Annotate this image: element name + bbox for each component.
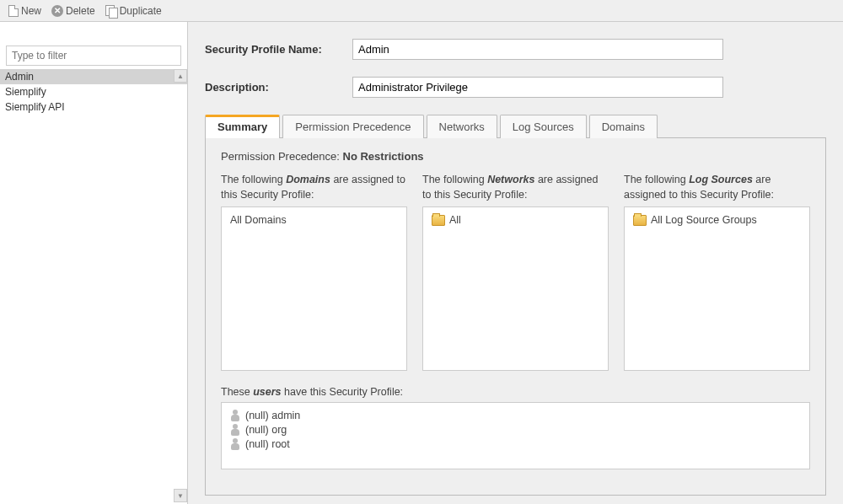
networks-item: All bbox=[432, 214, 599, 226]
folder-icon bbox=[633, 215, 647, 226]
tab-domains[interactable]: Domains bbox=[589, 115, 658, 138]
user-item: (null) root bbox=[230, 438, 801, 450]
duplicate-button[interactable]: Duplicate bbox=[102, 3, 165, 19]
person-icon bbox=[230, 410, 240, 421]
folder-icon bbox=[432, 215, 445, 226]
tab-summary[interactable]: Summary bbox=[205, 115, 280, 138]
delete-label: Delete bbox=[66, 5, 95, 17]
new-icon bbox=[8, 5, 19, 17]
perm-label: Permission Precedence: bbox=[221, 150, 343, 163]
form-row-desc: Description: bbox=[205, 77, 826, 98]
scroll-up-button[interactable]: ▲ bbox=[174, 69, 187, 83]
networks-box: All bbox=[422, 206, 609, 371]
users-title: These users have this Security Profile: bbox=[221, 386, 810, 398]
main-container: ▲ Admin Siemplify Siemplify API ▼ Securi… bbox=[0, 22, 843, 504]
domains-value: All Domains bbox=[230, 214, 287, 226]
logsources-item: All Log Source Groups bbox=[633, 214, 801, 226]
users-box: (null) admin (null) org (null) root bbox=[221, 402, 810, 469]
filter-input[interactable] bbox=[6, 46, 181, 66]
domains-card: The following Domains are assigned to th… bbox=[221, 173, 407, 371]
desc-label: Description: bbox=[205, 81, 352, 94]
list-item[interactable]: Siemplify API bbox=[0, 99, 187, 115]
logsources-value: All Log Source Groups bbox=[651, 214, 757, 226]
user-label: (null) root bbox=[245, 438, 290, 450]
duplicate-icon bbox=[105, 5, 117, 17]
logsources-box: All Log Source Groups bbox=[624, 206, 810, 371]
duplicate-label: Duplicate bbox=[120, 5, 162, 17]
delete-button[interactable]: ✕ Delete bbox=[48, 3, 99, 19]
name-label: Security Profile Name: bbox=[205, 43, 352, 56]
user-item: (null) admin bbox=[230, 410, 801, 421]
new-label: New bbox=[21, 5, 41, 17]
left-panel: ▲ Admin Siemplify Siemplify API ▼ bbox=[0, 22, 188, 504]
delete-icon: ✕ bbox=[51, 5, 63, 17]
networks-title: The following Networks are assigned to t… bbox=[422, 173, 609, 202]
logsources-title: The following Log Sources are assigned t… bbox=[624, 173, 810, 202]
desc-input[interactable] bbox=[352, 77, 723, 98]
domains-title: The following Domains are assigned to th… bbox=[221, 173, 407, 202]
new-button[interactable]: New bbox=[5, 3, 45, 19]
tab-networks[interactable]: Networks bbox=[427, 115, 497, 138]
person-icon bbox=[230, 438, 240, 450]
networks-card: The following Networks are assigned to t… bbox=[422, 173, 609, 371]
form-row-name: Security Profile Name: bbox=[205, 39, 826, 60]
tab-permission-precedence[interactable]: Permission Precedence bbox=[282, 115, 423, 138]
domains-box: All Domains bbox=[221, 206, 407, 371]
list-item[interactable]: Siemplify bbox=[0, 84, 187, 99]
profile-list: ▲ Admin Siemplify Siemplify API ▼ bbox=[0, 69, 187, 504]
tabs: Summary Permission Precedence Networks L… bbox=[205, 115, 826, 138]
user-label: (null) org bbox=[245, 424, 287, 436]
user-item: (null) org bbox=[230, 424, 801, 436]
cards-row: The following Domains are assigned to th… bbox=[221, 173, 810, 371]
user-label: (null) admin bbox=[245, 410, 300, 421]
logsources-card: The following Log Sources are assigned t… bbox=[624, 173, 810, 371]
person-icon bbox=[230, 424, 240, 436]
toolbar: New ✕ Delete Duplicate bbox=[0, 0, 843, 22]
right-panel: Security Profile Name: Description: Summ… bbox=[188, 22, 843, 504]
tab-content-summary: Permission Precedence: No Restrictions T… bbox=[205, 137, 826, 496]
networks-value: All bbox=[449, 214, 461, 226]
scroll-down-button[interactable]: ▼ bbox=[174, 489, 187, 502]
tab-log-sources[interactable]: Log Sources bbox=[500, 115, 587, 138]
perm-value: No Restrictions bbox=[343, 150, 424, 163]
permission-precedence-line: Permission Precedence: No Restrictions bbox=[221, 150, 810, 163]
name-input[interactable] bbox=[352, 39, 723, 60]
list-item[interactable]: Admin bbox=[0, 69, 187, 84]
